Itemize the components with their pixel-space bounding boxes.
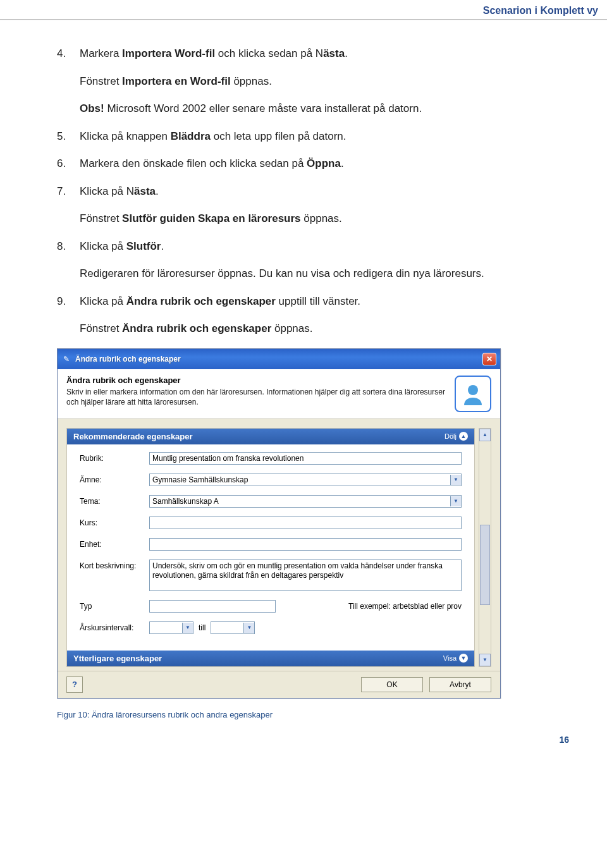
dialog-title: Ändra rubrik och egenskaper	[75, 355, 482, 364]
step-5: 5. Klicka på knappen Bläddra och leta up…	[57, 128, 569, 145]
dialog-header-title: Ändra rubrik och egenskaper	[66, 376, 447, 385]
step-9-sub: Fönstret Ändra rubrik och egenskaper öpp…	[80, 321, 569, 337]
header-divider	[0, 20, 607, 20]
row-arskurs: Årskursintervall: ▼ till ▼	[80, 621, 462, 634]
row-tema: Tema: Samhällskunskap A ▼	[80, 495, 462, 508]
step-7: 7. Klicka på Nästa.	[57, 183, 569, 200]
figure-caption: Figur 10: Ändra läroresursens rubrik och…	[57, 710, 569, 719]
step-number: 9.	[57, 293, 80, 310]
ok-button[interactable]: OK	[361, 677, 423, 692]
chevron-down-icon: ▼	[450, 496, 461, 506]
running-header: Scenarion i Komplett vy	[0, 0, 607, 20]
dialog-titlebar[interactable]: ✎ Ändra rubrik och egenskaper ✕	[58, 349, 500, 369]
step-list: 4. Markera Importera Word-fil och klicka…	[57, 46, 569, 337]
typ-hint: Till exempel: arbetsblad eller prov	[281, 602, 462, 611]
section-label: Ytterligare egenskaper	[73, 654, 162, 663]
label-kurs: Kurs:	[80, 517, 149, 527]
window-icon: ✎	[61, 354, 71, 364]
toggle-show[interactable]: Visa ▼	[443, 654, 468, 663]
row-rubrik: Rubrik: Muntlig presentation om franska …	[80, 452, 462, 465]
dialog-footer: ? OK Avbryt	[58, 671, 500, 698]
amne-select[interactable]: Gymnasie Samhällskunskap ▼	[149, 474, 462, 486]
label-enhet: Enhet:	[80, 538, 149, 549]
section-label: Rekommenderade egenskaper	[73, 432, 193, 441]
chevron-up-icon: ▲	[459, 432, 468, 441]
step-6: 6. Markera den önskade filen och klicka …	[57, 156, 569, 172]
step-text: Klicka på knappen Bläddra och leta upp f…	[80, 128, 346, 145]
step-number: 7.	[57, 183, 80, 200]
step-number: 5.	[57, 128, 80, 145]
step-4-obs: Obs! Microsoft Word 2002 eller senare må…	[80, 101, 569, 117]
label-rubrik: Rubrik:	[80, 452, 149, 463]
label-amne: Ämne:	[80, 474, 149, 484]
step-text: Klicka på Slutför.	[80, 238, 164, 255]
svg-point-0	[468, 385, 478, 395]
chevron-down-icon: ▼	[450, 475, 461, 485]
section-recommended[interactable]: Rekommenderade egenskaper Dölj ▲	[67, 429, 474, 444]
row-amne: Ämne: Gymnasie Samhällskunskap ▼	[80, 474, 462, 486]
step-4-sub: Fönstret Importera en Word-fil öppnas.	[80, 73, 569, 90]
step-number: 6.	[57, 156, 80, 172]
arskurs-from-select[interactable]: ▼	[149, 621, 193, 634]
scroll-thumb[interactable]	[480, 525, 490, 605]
row-typ: Typ Till exempel: arbetsblad eller prov	[80, 600, 462, 613]
arskurs-to-select[interactable]: ▼	[211, 621, 255, 634]
chevron-down-icon: ▼	[243, 623, 254, 633]
running-header-text: Scenarion i Komplett vy	[483, 5, 598, 16]
rubrik-input[interactable]: Muntlig presentation om franska revoluti…	[149, 452, 462, 465]
step-number: 4.	[57, 46, 80, 62]
row-kort: Kort beskrivning: Undersök, skriv om och…	[80, 559, 462, 591]
step-text: Markera den önskade filen och klicka sed…	[80, 156, 344, 172]
typ-input[interactable]	[149, 600, 276, 613]
dialog-header-desc: Skriv in eller markera information om de…	[66, 387, 447, 407]
till-label: till	[199, 623, 205, 632]
label-tema: Tema:	[80, 495, 149, 506]
vertical-scrollbar[interactable]: ▲ ▼	[479, 428, 491, 667]
person-icon	[455, 376, 491, 412]
step-8-sub: Redigeraren för läroresurser öppnas. Du …	[80, 266, 569, 282]
help-icon[interactable]: ?	[66, 676, 83, 693]
step-7-sub: Fönstret Slutför guiden Skapa en lärores…	[80, 211, 569, 227]
toggle-hide[interactable]: Dölj ▲	[445, 432, 468, 441]
label-arskurs: Årskursintervall:	[80, 621, 149, 632]
properties-panel: Rekommenderade egenskaper Dölj ▲ Rubrik:…	[66, 428, 475, 667]
page-number: 16	[57, 735, 569, 745]
cancel-button[interactable]: Avbryt	[429, 677, 491, 692]
step-text: Markera Importera Word-fil och klicka se…	[80, 46, 348, 62]
scroll-down-icon[interactable]: ▼	[479, 654, 491, 666]
step-text: Klicka på Nästa.	[80, 183, 159, 200]
tema-select[interactable]: Samhällskunskap A ▼	[149, 495, 462, 508]
chevron-down-icon: ▼	[182, 623, 193, 633]
label-kort: Kort beskrivning:	[80, 559, 149, 570]
step-9: 9. Klicka på Ändra rubrik och egenskaper…	[57, 293, 569, 310]
close-icon[interactable]: ✕	[482, 353, 496, 365]
kort-textarea[interactable]: Undersök, skriv om och gör en muntlig pr…	[149, 559, 462, 591]
step-8: 8. Klicka på Slutför.	[57, 238, 569, 255]
kurs-input[interactable]	[149, 517, 462, 529]
enhet-input[interactable]	[149, 538, 462, 551]
label-typ: Typ	[80, 600, 149, 611]
dialog-header: Ändra rubrik och egenskaper Skriv in ell…	[58, 369, 500, 419]
step-text: Klicka på Ändra rubrik och egenskaper up…	[80, 293, 360, 310]
scroll-up-icon[interactable]: ▲	[479, 429, 491, 441]
step-4: 4. Markera Importera Word-fil och klicka…	[57, 46, 569, 62]
chevron-down-icon: ▼	[459, 654, 468, 663]
row-enhet: Enhet:	[80, 538, 462, 551]
section-more[interactable]: Ytterligare egenskaper Visa ▼	[67, 651, 474, 666]
properties-dialog: ✎ Ändra rubrik och egenskaper ✕ Ändra ru…	[57, 348, 501, 699]
row-kurs: Kurs:	[80, 517, 462, 529]
step-number: 8.	[57, 238, 80, 255]
